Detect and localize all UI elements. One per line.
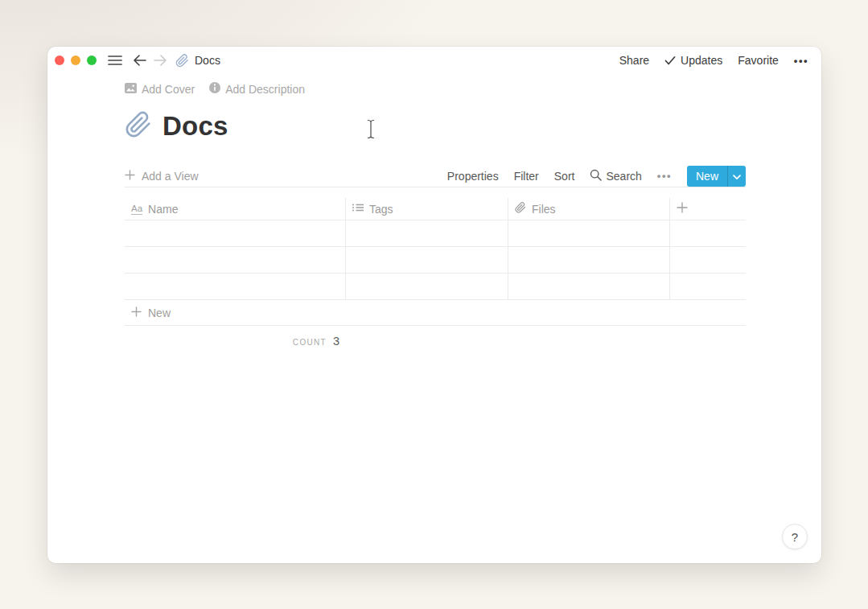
add-description-button[interactable]: Add Description <box>209 82 305 96</box>
minimize-window-button[interactable] <box>71 56 80 65</box>
new-button-group: New <box>687 166 746 187</box>
table-cell[interactable] <box>346 220 508 246</box>
new-dropdown-button[interactable] <box>727 166 746 187</box>
text-property-icon: Aa <box>131 204 142 215</box>
table-cell[interactable] <box>670 220 746 246</box>
table-cell[interactable] <box>125 220 346 246</box>
attachment-property-icon <box>515 202 526 216</box>
table-cell[interactable] <box>508 247 670 273</box>
table-footer[interactable]: COUNT 3 <box>125 335 346 348</box>
filter-button[interactable]: Filter <box>514 170 539 183</box>
table-cell[interactable] <box>125 274 346 299</box>
titlebar: Docs Share Updates Favorite ••• <box>47 47 821 74</box>
properties-button[interactable]: Properties <box>447 170 499 183</box>
forward-arrow-icon[interactable] <box>154 55 167 66</box>
table-row <box>125 274 746 300</box>
window-controls <box>55 56 97 65</box>
share-button[interactable]: Share <box>619 54 649 67</box>
table-header-row: Aa Name Tags Files <box>125 198 746 220</box>
info-icon <box>209 82 220 96</box>
sort-button[interactable]: Sort <box>554 170 575 183</box>
new-row-button[interactable]: New <box>125 300 746 326</box>
table-cell[interactable] <box>670 274 746 299</box>
column-header-tags[interactable]: Tags <box>346 198 508 220</box>
favorite-button[interactable]: Favorite <box>738 54 779 67</box>
text-cursor-icon <box>366 119 376 142</box>
multiselect-property-icon <box>352 202 364 216</box>
breadcrumb[interactable]: Docs <box>175 54 220 68</box>
table-cell[interactable] <box>346 274 508 299</box>
more-options-icon[interactable]: ••• <box>794 55 808 67</box>
breadcrumb-title: Docs <box>195 54 220 67</box>
view-more-options-icon[interactable]: ••• <box>657 170 672 182</box>
search-button[interactable]: Search <box>590 169 641 183</box>
table-body <box>125 220 746 300</box>
database-table: Aa Name Tags Files <box>125 198 746 348</box>
table-cell[interactable] <box>346 247 508 273</box>
plus-icon <box>125 170 135 183</box>
image-icon <box>125 83 137 96</box>
page-icon-paperclip[interactable] <box>125 111 152 142</box>
column-header-name[interactable]: Aa Name <box>125 198 346 220</box>
plus-icon <box>131 307 142 319</box>
add-view-button[interactable]: Add a View <box>125 170 199 183</box>
chevron-down-icon <box>733 170 741 183</box>
check-icon <box>664 56 676 65</box>
new-button[interactable]: New <box>687 166 727 187</box>
table-cell[interactable] <box>508 274 670 299</box>
app-window: Docs Share Updates Favorite ••• Add Cove… <box>47 47 821 563</box>
table-cell[interactable] <box>670 247 746 273</box>
table-cell[interactable] <box>125 247 346 273</box>
add-property-icon <box>677 202 688 216</box>
page-title[interactable]: Docs <box>162 111 228 142</box>
sidebar-menu-icon[interactable] <box>108 55 122 66</box>
count-label: COUNT <box>293 338 327 347</box>
back-arrow-icon[interactable] <box>133 55 146 66</box>
table-row <box>125 247 746 274</box>
paperclip-icon <box>175 54 189 68</box>
add-cover-button[interactable]: Add Cover <box>125 83 195 96</box>
help-button[interactable]: ? <box>782 524 808 549</box>
add-property-button[interactable] <box>670 198 746 220</box>
page-meta-row: Add Cover Add Description <box>125 82 746 96</box>
search-icon <box>590 169 602 183</box>
count-value: 3 <box>333 335 339 348</box>
updates-button[interactable]: Updates <box>664 54 722 67</box>
view-bar: Add a View Properties Filter Sort Search… <box>125 165 746 187</box>
table-row <box>125 220 746 247</box>
column-header-files[interactable]: Files <box>508 198 670 220</box>
close-window-button[interactable] <box>55 56 64 65</box>
table-cell[interactable] <box>508 220 670 246</box>
zoom-window-button[interactable] <box>87 56 97 65</box>
